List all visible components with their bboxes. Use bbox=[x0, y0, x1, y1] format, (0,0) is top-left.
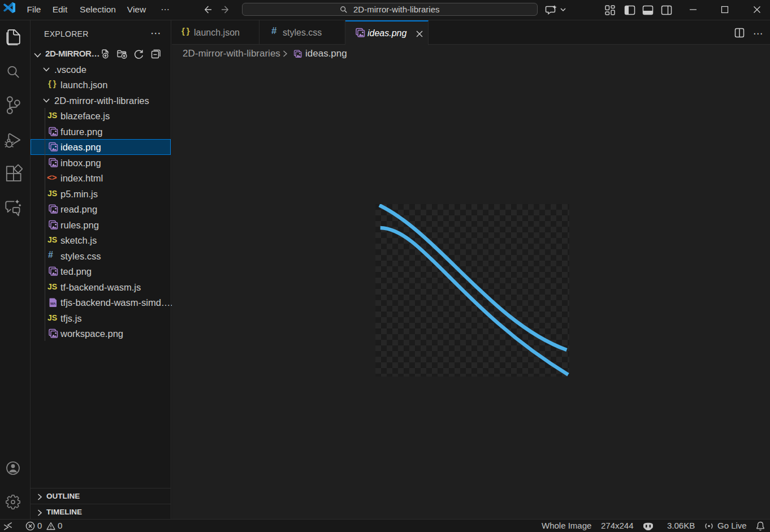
svg-text:WA: WA bbox=[50, 302, 56, 305]
